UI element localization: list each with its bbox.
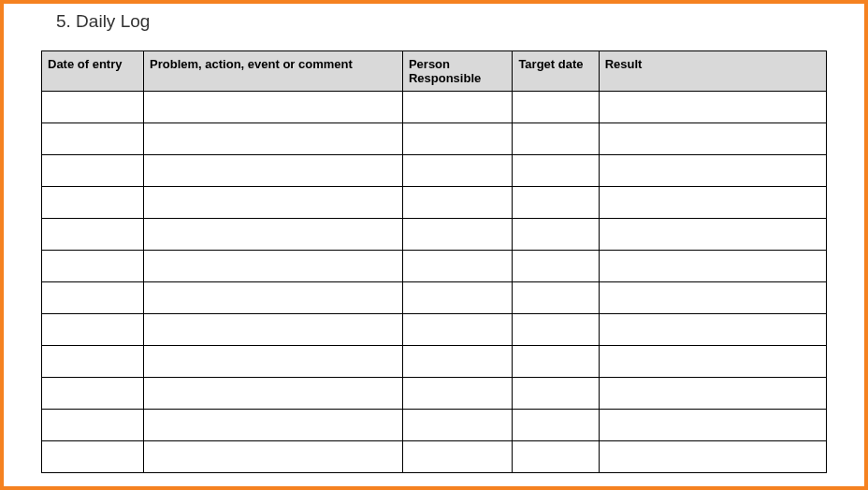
cell	[42, 123, 144, 155]
cell	[599, 123, 826, 155]
table-row	[42, 251, 827, 282]
col-date-of-entry: Date of entry	[42, 51, 144, 92]
cell	[42, 251, 144, 282]
table-row	[42, 441, 827, 473]
cell	[599, 155, 826, 187]
cell	[402, 251, 512, 282]
cell	[144, 92, 403, 123]
daily-log-table: Date of entry Problem, action, event or …	[41, 50, 827, 473]
table-header-row: Date of entry Problem, action, event or …	[42, 51, 827, 92]
cell	[513, 251, 599, 282]
cell	[513, 378, 599, 410]
col-problem-comment: Problem, action, event or comment	[144, 51, 403, 92]
cell	[402, 282, 512, 314]
cell	[599, 92, 826, 123]
cell	[42, 282, 144, 314]
cell	[513, 187, 599, 219]
cell	[144, 155, 403, 187]
col-person-responsible: Person Responsible	[402, 51, 512, 92]
document-frame: 5. Daily Log Date of entry Problem, acti…	[0, 0, 868, 490]
cell	[42, 219, 144, 251]
table-row	[42, 378, 827, 410]
cell	[599, 219, 826, 251]
cell	[42, 314, 144, 346]
cell	[599, 346, 826, 378]
table-row	[42, 155, 827, 187]
col-result: Result	[599, 51, 826, 92]
cell	[402, 314, 512, 346]
cell	[144, 219, 403, 251]
table-row	[42, 346, 827, 378]
cell	[513, 346, 599, 378]
cell	[402, 155, 512, 187]
table-row	[42, 219, 827, 251]
table-body	[42, 92, 827, 473]
table-row	[42, 92, 827, 123]
cell	[599, 251, 826, 282]
table-row	[42, 123, 827, 155]
cell	[144, 251, 403, 282]
cell	[144, 441, 403, 473]
cell	[599, 314, 826, 346]
cell	[513, 219, 599, 251]
cell	[513, 155, 599, 187]
cell	[42, 410, 144, 441]
cell	[513, 314, 599, 346]
page-title: 5. Daily Log	[56, 11, 827, 32]
col-target-date: Target date	[513, 51, 599, 92]
cell	[42, 155, 144, 187]
table-row	[42, 410, 827, 441]
table-row	[42, 187, 827, 219]
cell	[144, 187, 403, 219]
cell	[513, 441, 599, 473]
cell	[402, 92, 512, 123]
cell	[513, 92, 599, 123]
cell	[599, 378, 826, 410]
cell	[402, 410, 512, 441]
table-row	[42, 282, 827, 314]
cell	[513, 410, 599, 441]
cell	[402, 219, 512, 251]
cell	[402, 123, 512, 155]
cell	[42, 441, 144, 473]
cell	[144, 314, 403, 346]
cell	[144, 346, 403, 378]
cell	[144, 378, 403, 410]
cell	[42, 346, 144, 378]
cell	[599, 282, 826, 314]
table-row	[42, 314, 827, 346]
cell	[513, 123, 599, 155]
cell	[42, 378, 144, 410]
cell	[144, 410, 403, 441]
cell	[599, 410, 826, 441]
cell	[513, 282, 599, 314]
cell	[599, 187, 826, 219]
cell	[402, 378, 512, 410]
cell	[42, 92, 144, 123]
cell	[144, 282, 403, 314]
cell	[402, 346, 512, 378]
cell	[402, 187, 512, 219]
cell	[599, 441, 826, 473]
cell	[42, 187, 144, 219]
cell	[402, 441, 512, 473]
cell	[144, 123, 403, 155]
